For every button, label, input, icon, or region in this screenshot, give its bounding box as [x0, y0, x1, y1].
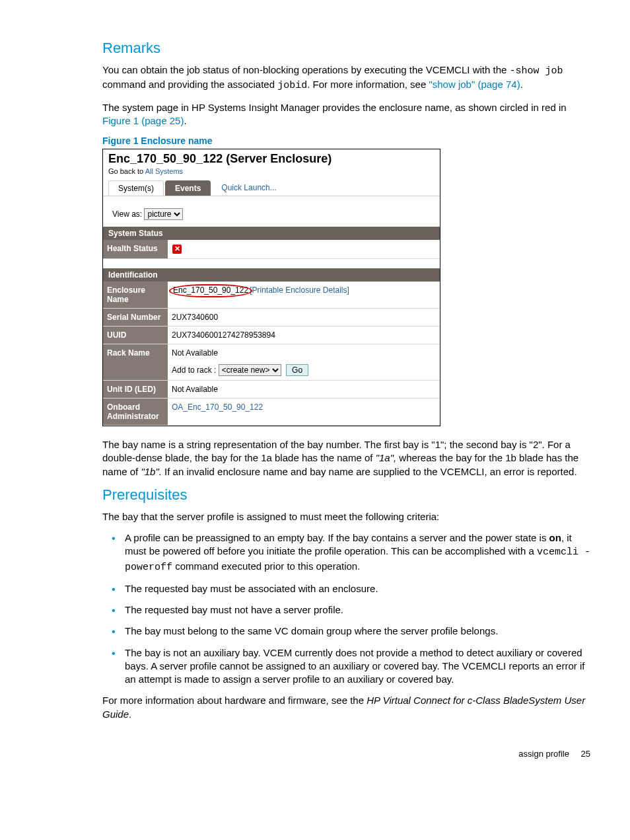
quick-launch-link[interactable]: Quick Launch... — [212, 180, 285, 196]
remarks-paragraph-2: The system page in HP Systems Insight Ma… — [102, 101, 590, 128]
more-info-paragraph: For more information about hardware and … — [102, 694, 590, 721]
remarks-paragraph-1: You can obtain the job status of non-blo… — [102, 63, 590, 93]
onboard-admin-label: Onboard Administrator — [103, 399, 168, 425]
add-to-rack-select[interactable]: <create new> — [219, 364, 281, 376]
text: A profile can be preassigned to an empty… — [125, 532, 549, 543]
rack-name-row: Rack Name Not Available Add to rack : <c… — [103, 344, 440, 381]
list-item: The requested bay must not have a server… — [102, 603, 590, 617]
text: For more information about hardware and … — [102, 695, 367, 706]
text-italic: "1b". — [141, 466, 162, 477]
go-button[interactable]: Go — [286, 364, 308, 376]
prerequisites-list: A profile can be preassigned to an empty… — [102, 531, 590, 686]
footer-label: assign profile — [518, 749, 569, 759]
text: The system page in HP Systems Insight Ma… — [102, 102, 567, 113]
text: . For more information, see — [307, 79, 429, 90]
text-italic: "1a", — [376, 452, 397, 463]
onboard-admin-row: Onboard Administrator OA_Enc_170_50_90_1… — [103, 399, 440, 426]
tab-systems[interactable]: System(s) — [108, 180, 164, 196]
enclosure-name-label: Enclosure Name — [103, 282, 168, 308]
rack-name-label: Rack Name — [103, 344, 168, 380]
enclosure-name-value: Enc_170_50_90_122 — [172, 286, 250, 295]
list-item: The requested bay must be associated wit… — [102, 582, 590, 595]
list-item: The bay must belong to the same VC domai… — [102, 625, 590, 638]
text: You can obtain the job status of non-blo… — [102, 64, 510, 75]
go-back-line: Go back to All Systems — [103, 167, 440, 180]
page-footer: assign profile 25 — [102, 729, 590, 759]
unit-id-label: Unit ID (LED) — [103, 381, 168, 398]
serial-number-value: 2UX7340600 — [168, 309, 440, 326]
unit-id-value: Not Available — [168, 381, 440, 398]
prerequisites-intro: The bay that the server profile is assig… — [102, 510, 590, 523]
enclosure-name-row: Enclosure Name Enc_170_50_90_122[Printab… — [103, 282, 440, 309]
list-item: The bay is not an auxiliary bay. VCEM cu… — [102, 646, 590, 687]
health-status-label: Health Status — [103, 240, 168, 258]
text: command executed prior to this operation… — [172, 560, 360, 572]
all-systems-link[interactable]: All Systems — [145, 167, 183, 175]
add-to-rack-label: Add to rack : — [172, 365, 216, 375]
uuid-label: UUID — [103, 326, 168, 344]
text: . — [520, 79, 523, 90]
bay-name-paragraph: The bay name is a string representation … — [102, 438, 590, 478]
code-show-job: -show job — [510, 65, 563, 77]
page-number: 25 — [581, 749, 590, 759]
remarks-heading: Remarks — [102, 40, 590, 57]
serial-number-label: Serial Number — [103, 309, 168, 326]
figure-caption: Figure 1 Enclosure name — [102, 135, 590, 146]
identification-header: Identification — [103, 268, 440, 282]
list-item: A profile can be preassigned to an empty… — [102, 531, 590, 574]
health-status-row: Health Status ✕ — [103, 240, 440, 259]
text: . — [129, 708, 131, 720]
text-bold: on — [549, 532, 561, 543]
tab-events[interactable]: Events — [165, 180, 211, 196]
serial-number-row: Serial Number 2UX7340600 — [103, 309, 440, 326]
figure-1-link[interactable]: Figure 1 (page 25) — [102, 115, 184, 126]
text: Go back to — [108, 167, 145, 175]
system-status-header: System Status — [103, 227, 440, 240]
printable-details-link[interactable]: [Printable Enclosure Details] — [250, 286, 349, 295]
view-as-label: View as: — [112, 210, 142, 219]
rack-name-value: Not Available — [172, 348, 436, 358]
uuid-value: 2UX73406001274278953894 — [168, 326, 440, 344]
code-jobid: jobid — [277, 80, 307, 91]
tab-bar: System(s) Events Quick Launch... — [103, 180, 440, 196]
view-as-row: View as: picture — [103, 196, 440, 227]
unit-id-row: Unit ID (LED) Not Available — [103, 381, 440, 399]
prerequisites-heading: Prerequisites — [102, 486, 590, 504]
show-job-link[interactable]: "show job" (page 74) — [429, 79, 520, 90]
error-icon: ✕ — [172, 244, 182, 254]
figure-1-screenshot: Enc_170_50_90_122 (Server Enclosure) Go … — [102, 149, 440, 426]
onboard-admin-link[interactable]: OA_Enc_170_50_90_122 — [168, 399, 440, 425]
text: command and providing the associated — [102, 79, 277, 90]
view-as-select[interactable]: picture — [144, 208, 183, 220]
text: . — [184, 115, 186, 126]
uuid-row: UUID 2UX73406001274278953894 — [103, 326, 440, 344]
text: If an invalid enclosure name and bay nam… — [162, 466, 577, 477]
enclosure-title: Enc_170_50_90_122 (Server Enclosure) — [108, 152, 332, 165]
